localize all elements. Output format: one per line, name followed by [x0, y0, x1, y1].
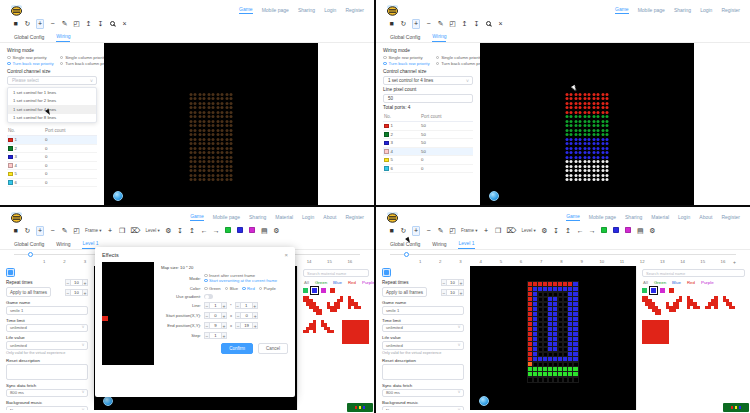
gradient-toggle[interactable] — [204, 294, 213, 299]
frame-number[interactable]: 5 — [491, 259, 511, 264]
select-input[interactable]: 800 ms˅ — [6, 389, 88, 398]
table-row[interactable]: 10 — [7, 136, 97, 145]
stop-icon[interactable]: ■ — [388, 227, 395, 235]
line-pixel-input[interactable]: 50 — [383, 94, 473, 103]
zoom-out-icon[interactable]: − — [425, 227, 432, 235]
increment-button[interactable]: + — [458, 279, 464, 286]
refresh-icon[interactable]: ↻ — [400, 20, 407, 28]
level-dropdown[interactable]: Level ▾ — [146, 227, 160, 235]
draw-icon[interactable]: ✎ — [61, 20, 68, 28]
download-icon[interactable]: ↧ — [473, 20, 480, 28]
nav-link[interactable]: Game — [190, 213, 204, 221]
floating-ball-button[interactable] — [103, 396, 113, 406]
copy-frame-icon[interactable]: ❐ — [495, 227, 502, 235]
nav-link[interactable]: Material — [275, 214, 293, 220]
dropdown-option[interactable]: 1 set control for 2 lines — [8, 97, 96, 106]
tab[interactable]: Wiring — [56, 33, 70, 42]
nav-link[interactable]: Material — [651, 214, 669, 220]
stepper-value[interactable]: 10 — [71, 289, 82, 296]
table-row[interactable]: 40 — [7, 162, 97, 171]
stepper-value[interactable]: 10 — [447, 289, 458, 296]
nav-link[interactable]: Sharing — [625, 214, 642, 220]
draw-icon[interactable]: ✎ — [437, 20, 444, 28]
stop-icon[interactable]: ■ — [12, 227, 19, 235]
material-art-item[interactable] — [642, 296, 661, 315]
add-frame-icon[interactable]: + — [483, 227, 490, 235]
nav-link[interactable]: Game — [239, 6, 253, 14]
slider-knob[interactable] — [404, 252, 409, 257]
material-search-input[interactable]: Search material name — [303, 269, 369, 277]
material-art-item[interactable] — [705, 296, 718, 309]
zoom-out-icon[interactable]: − — [49, 20, 56, 28]
nav-link[interactable]: About — [699, 214, 712, 220]
stop-icon[interactable]: ■ — [388, 20, 395, 28]
frame-number[interactable]: 6 — [511, 259, 531, 264]
increment-button[interactable]: + — [458, 289, 464, 296]
material-tab[interactable]: Blue — [672, 280, 681, 285]
material-swatch[interactable] — [660, 288, 665, 293]
table-row[interactable]: 20 — [7, 145, 97, 154]
frame-thumbnail[interactable] — [6, 268, 15, 277]
nav-link[interactable]: About — [323, 214, 336, 220]
next-frame-icon[interactable]: → — [213, 227, 220, 235]
radio-option[interactable]: Turn back row priority — [7, 61, 54, 66]
led-canvas[interactable] — [470, 266, 636, 410]
level-dropdown[interactable]: Level ▾ — [522, 227, 536, 235]
material-art-item[interactable] — [303, 320, 316, 333]
material-art-item[interactable] — [723, 296, 739, 309]
nav-link[interactable]: Sharing — [249, 214, 266, 220]
zoom-in-icon[interactable]: + — [412, 19, 420, 29]
table-row[interactable]: 250 — [383, 131, 473, 140]
select-input[interactable]: None˅ — [382, 406, 464, 410]
material-art-item[interactable] — [642, 320, 669, 344]
frame-number[interactable]: 4 — [471, 259, 491, 264]
table-row[interactable]: 450 — [383, 148, 473, 157]
upload-icon[interactable]: ↥ — [85, 20, 92, 28]
stepper-value[interactable]: 1 — [210, 332, 221, 339]
refresh-icon[interactable]: ↻ — [24, 227, 31, 235]
search-icon[interactable] — [485, 20, 492, 28]
material-art-item[interactable] — [303, 296, 322, 315]
delete-frame-icon[interactable]: ⌦ — [131, 227, 141, 235]
apply-all-frames-button[interactable]: Apply to all frames — [382, 287, 427, 297]
table-row[interactable]: 60 — [7, 179, 97, 188]
radio-option[interactable]: Single row priority — [383, 55, 430, 60]
table-row[interactable]: 50 — [383, 156, 473, 165]
frame-number[interactable]: 2 — [430, 259, 450, 264]
add-frame-button[interactable]: + — [733, 259, 736, 265]
material-tab[interactable]: All — [304, 280, 309, 285]
close-icon[interactable]: × — [121, 20, 128, 28]
material-tab[interactable]: Blue — [333, 280, 342, 285]
tab[interactable]: Global Config — [390, 241, 420, 249]
increment-button[interactable]: + — [221, 322, 227, 329]
settings-icon[interactable]: ⚙ — [165, 227, 172, 235]
nav-link[interactable]: Game — [615, 6, 629, 14]
material-art-item[interactable] — [321, 320, 337, 333]
green-matrix-icon[interactable] — [225, 227, 232, 235]
frame-number[interactable]: 3 — [450, 259, 470, 264]
floating-ball-button[interactable] — [479, 396, 489, 406]
stop-icon[interactable]: ■ — [12, 20, 19, 28]
frame-number[interactable]: 13 — [652, 259, 672, 264]
frame-number[interactable]: 12 — [632, 259, 652, 264]
apply-all-frames-button[interactable]: Apply to all frames — [6, 287, 51, 297]
zoom-out-icon[interactable]: − — [49, 227, 56, 235]
frame-number[interactable]: 3 — [75, 259, 95, 264]
increment-button[interactable]: + — [252, 322, 258, 329]
nav-link[interactable]: Sharing — [674, 7, 691, 13]
add-frame-icon[interactable]: + — [107, 227, 114, 235]
zoom-out-icon[interactable]: − — [425, 20, 432, 28]
select-input[interactable]: 800 ms˅ — [382, 389, 464, 398]
draw-icon[interactable]: ✎ — [61, 227, 68, 235]
save-icon[interactable]: ▤ — [261, 227, 268, 235]
material-tab[interactable]: Purple — [701, 280, 714, 285]
refresh-icon[interactable]: ↻ — [24, 20, 31, 28]
tab[interactable]: Wiring — [432, 241, 446, 249]
frame-number[interactable]: 7 — [531, 259, 551, 264]
nav-link[interactable]: Mobile page — [213, 214, 240, 220]
frame-number[interactable]: 10 — [592, 259, 612, 264]
material-art-item[interactable] — [348, 296, 361, 309]
nav-link[interactable]: Register — [345, 214, 364, 220]
radio-option[interactable]: Red — [242, 286, 255, 291]
nav-link[interactable]: Mobile page — [589, 214, 616, 220]
